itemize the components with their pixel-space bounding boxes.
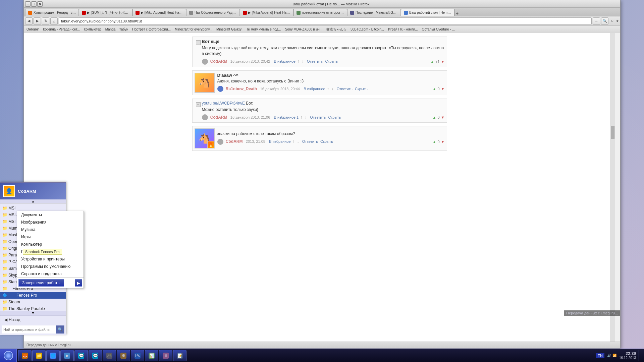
language-indicator[interactable]: EN [596,353,604,358]
volume-icon[interactable]: 🔊 [607,354,611,357]
context-item-devices[interactable]: Устройства и принтеры [17,255,84,263]
page-scrollbar[interactable] [610,33,615,342]
bookmark-4[interactable]: табун [118,27,129,32]
taskbar-app-9[interactable]: 📊 [145,350,158,361]
action-hide-2[interactable]: Скрыть [355,87,368,91]
bookmark-12[interactable]: Играй ПК - компи... [387,27,419,32]
tab-6[interactable]: Последние - Minecraft Galaxy... [347,9,401,16]
vote-dn-3[interactable]: ▼ [441,115,445,119]
author-3[interactable]: CodARM [210,115,227,120]
shutdown-button[interactable]: Завершение работы [18,279,64,287]
tab-2[interactable]: ▶ [Miku Append] Heat-Haze D... [132,9,186,16]
action-favorite-1[interactable]: В избранное [274,59,296,63]
bookmark-6[interactable]: Minecraft for everypony... [173,27,214,32]
context-item-defaults[interactable]: Программы по умолчанию [17,263,84,270]
action-reply-3[interactable]: Ответить [310,115,326,119]
taskbar-app-10[interactable]: 🖥 [159,350,172,361]
context-item-documents[interactable]: Документы [17,211,84,219]
action-hide-1[interactable]: Скрыть [325,59,338,63]
action-reply-1[interactable]: Ответить [307,59,323,63]
taskbar-app-skype2[interactable]: 💬 [89,350,102,361]
comment-3-link[interactable]: youtu.be/LWCBPt64rwE [202,101,245,106]
vote-dn-2[interactable]: ▼ [441,87,445,91]
taskbar-app-11[interactable]: 📝 [173,350,186,361]
forward-button[interactable]: ▶ [34,17,41,25]
maximize-button[interactable]: □ [31,1,37,7]
close-button[interactable]: ✕ [37,1,43,7]
author-1[interactable]: CodARM [210,59,227,64]
action-reply-2[interactable]: Ответить [337,87,353,91]
back-button-menu[interactable]: ◀ Назад [2,317,23,323]
refresh-indicator[interactable]: ↻ [611,19,613,23]
home-button[interactable]: ⌂ [50,17,58,25]
collapse-3[interactable]: – [196,102,201,107]
taskbar-app-steam[interactable]: 🎮 [103,350,116,361]
author-4[interactable]: CodARM [226,139,243,144]
bookmark-9[interactable]: Sony MDR-ZX600 в ин... [284,27,324,32]
author-2[interactable]: Ra1nbow_Death [226,86,257,91]
network-icon[interactable]: 📶 [612,354,616,357]
show-desktop-button[interactable] [639,350,641,361]
bookmark-10[interactable]: 交流ちゃん☆ [325,26,348,33]
vote-up-4[interactable]: ▲ [433,140,436,144]
action-favorite-4[interactable]: В избранное [269,139,290,143]
taskbar-app-explorer[interactable]: 📁 [32,350,46,361]
bookmark-3[interactable]: Manga [104,27,117,32]
address-bar[interactable] [59,17,592,25]
vote-dn-4[interactable]: ▼ [441,140,445,144]
action-favorite-2[interactable]: В избранное [304,87,325,91]
tab-4[interactable]: ▶ [Miku Append] Heat-Haze D... [240,9,293,16]
bookmark-5[interactable]: Портрет с фотографии... [131,27,172,32]
tab-1[interactable]: ▶ [GUM] 人生リセットボタン.... [79,9,132,16]
taskbar-app-photoshop[interactable]: Ps [131,350,144,361]
start-button[interactable] [0,349,17,362]
scroll-up-btn[interactable]: ▲ [0,199,66,203]
scroll-down-btn[interactable]: ▼ [0,311,66,315]
vote-up-3[interactable]: ▲ [433,115,436,119]
taskbar-app-chrome[interactable]: 🌐 [46,350,60,361]
vote-up-2[interactable]: ▲ [433,87,436,91]
bookmark-2[interactable]: Компьютер [83,27,103,32]
context-item-music[interactable]: Музыка [17,226,84,233]
vote-up-1[interactable]: ▲ [430,60,434,64]
bookmark-8[interactable]: Не могу купить в под... [244,27,282,32]
shutdown-arrow[interactable]: ▶ [75,279,82,287]
collapse-1[interactable]: – [196,40,201,45]
menu-item-stanley[interactable]: 📁 The Stanley Parable [0,305,66,311]
taskbar-app-mediaplayer[interactable]: ▶ [60,350,74,361]
minimize-button[interactable]: ─ [25,1,31,7]
menu-item-fences-pro[interactable]: 🔷 Fences Pro [0,292,66,299]
context-item-images[interactable]: Изображения [17,219,84,226]
vote-dn-1[interactable]: ▼ [441,60,445,64]
tab-3[interactable]: Чат Общественного Радио ... [186,9,240,16]
search-button[interactable]: 🔍 [601,17,608,25]
action-hide-4[interactable]: Скрыть [320,139,333,143]
bookmark-7[interactable]: Minecraft Galaxy [215,27,243,32]
back-button[interactable]: ◀ [25,17,33,25]
scrollbar-thumb[interactable] [611,126,614,139]
search-input[interactable] [2,325,56,334]
tab-0[interactable]: Хиты продаж - Регард - сет... [25,9,79,16]
context-item-games[interactable]: Игры [17,233,84,241]
reload-button[interactable]: ↻ [42,17,49,25]
bookmark-star[interactable]: ★ [616,19,619,23]
menu-item-steam[interactable]: 📁 Steam [0,299,66,305]
bookmark-0[interactable]: Онгоинг [25,27,40,32]
tab-7[interactable]: Ваш рабочий стол | Не по... [401,9,454,16]
go-button[interactable]: → [593,17,600,25]
taskbar-app-7[interactable]: ⚙ [117,350,130,361]
taskbar-app-firefox[interactable]: 🦊 [18,350,32,361]
taskbar-app-skype1[interactable]: 💬 [74,350,88,361]
tab-5[interactable]: повествование от второго ... [293,9,347,16]
bookmark-11[interactable]: 50BTC.com - Bitcoin... [349,27,385,32]
new-tab-button[interactable]: + [456,11,459,16]
bookmark-1[interactable]: Корзина - Регард - сет... [42,27,81,32]
menu-item-msi[interactable]: 📁 MSI [0,205,66,212]
bookmark-13[interactable]: Осталья Overture - ... [421,27,456,32]
action-reply-4[interactable]: Ответить [302,139,318,143]
context-item-help[interactable]: Справка и поддержка [17,270,84,278]
context-item-computer[interactable]: Компьютер [17,241,84,248]
action-favorite-3[interactable]: В избранное 1 [274,115,299,119]
action-hide-3[interactable]: Скрыть [328,115,341,119]
search-icon[interactable]: 🔍 [56,325,64,334]
